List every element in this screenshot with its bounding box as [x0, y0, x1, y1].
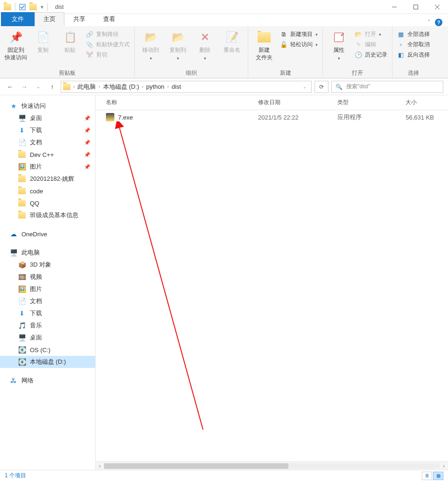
history-button[interactable]: 🕑历史记录: [354, 50, 388, 59]
qat-folder-icon[interactable]: [29, 4, 37, 10]
delete-button[interactable]: ✕删除▾: [193, 28, 217, 61]
group-label-clipboard: 剪贴板: [4, 68, 131, 77]
sidebar-pc-item[interactable]: 💽OS (C:): [0, 344, 95, 356]
status-item-count: 1 个项目: [5, 472, 26, 480]
search-box[interactable]: 🔍 搜索"dist": [331, 81, 443, 93]
copy-path-button[interactable]: 🔗复制路径: [85, 30, 131, 39]
qat-overflow-icon[interactable]: ▾: [41, 4, 43, 10]
crumb-0[interactable]: 此电脑: [76, 83, 98, 91]
new-item-button[interactable]: 🗎新建项目 ▾: [279, 30, 319, 39]
crumb-3[interactable]: dist: [170, 83, 183, 90]
file-row[interactable]: 7.exe 2021/1/5 22:22 应用程序 56,631 KB: [96, 110, 448, 124]
pin-to-quick-access-button[interactable]: 📌固定到 快速访问: [4, 28, 28, 61]
select-all-button[interactable]: ▦全部选择: [396, 30, 431, 39]
file-list[interactable]: 7.exe 2021/1/5 22:22 应用程序 56,631 KB: [96, 110, 448, 461]
sidebar-quick-item[interactable]: code: [0, 185, 95, 197]
annotation-arrow: [114, 121, 348, 448]
nav-forward-button[interactable]: →: [19, 81, 30, 92]
minimize-button[interactable]: [384, 0, 405, 14]
ribbon-collapse-icon[interactable]: ˄: [427, 19, 430, 26]
edit-button[interactable]: ✎编辑: [354, 40, 388, 49]
tab-file[interactable]: 文件: [1, 12, 35, 26]
sidebar-quick-access[interactable]: ★快速访问: [0, 100, 95, 112]
col-name[interactable]: 名称: [102, 99, 254, 106]
sidebar-pc-item[interactable]: 🎞️视频: [0, 271, 95, 283]
sidebar-quick-item[interactable]: QQ: [0, 197, 95, 209]
sidebar-quick-item[interactable]: 班级成员基本信息: [0, 209, 95, 221]
view-icons-button[interactable]: ▦: [433, 472, 443, 480]
group-label-open: 打开: [327, 68, 388, 77]
horizontal-scrollbar[interactable]: ‹›: [96, 461, 448, 470]
open-button[interactable]: 📂打开 ▾: [354, 30, 388, 39]
easy-access-button[interactable]: 🔓轻松访问 ▾: [279, 40, 319, 49]
file-date: 2021/1/5 22:22: [254, 114, 334, 121]
sidebar-pc-item[interactable]: 💽本地磁盘 (D:): [0, 356, 95, 368]
new-folder-button[interactable]: 新建 文件夹: [252, 28, 276, 61]
tab-share[interactable]: 共享: [64, 12, 94, 26]
maximize-button[interactable]: [405, 0, 427, 14]
crumb-2[interactable]: python: [144, 83, 166, 90]
sidebar-quick-item[interactable]: ⬇下载📌: [0, 124, 95, 136]
paste-shortcut-button[interactable]: 📎粘贴快捷方式: [85, 40, 131, 49]
sidebar-quick-item[interactable]: 202012182-姚辉: [0, 173, 95, 185]
sidebar-quick-item[interactable]: 🖼️图片📌: [0, 161, 95, 173]
copy-to-button[interactable]: 📂复制到▾: [166, 28, 190, 61]
content-pane: 名称 修改日期 类型 大小 7.exe 2021/1/5 22:22 应用程序 …: [96, 95, 448, 470]
sidebar-pc-item[interactable]: 📦3D 对象: [0, 259, 95, 271]
address-bar: ← → ⌄ ↑ › 此电脑› 本地磁盘 (D:)› python› dist ⌄…: [0, 78, 448, 95]
sidebar-pc-item[interactable]: 🎵音乐: [0, 319, 95, 332]
nav-recent-button[interactable]: ⌄: [33, 81, 44, 92]
sidebar-pc-item[interactable]: 🖥️桌面: [0, 332, 95, 344]
col-date[interactable]: 修改日期: [254, 99, 334, 106]
nav-back-button[interactable]: ←: [5, 81, 16, 92]
refresh-button[interactable]: ⟳: [315, 81, 329, 93]
properties-button[interactable]: 属性▾: [327, 28, 351, 61]
tab-view[interactable]: 查看: [94, 12, 124, 26]
sidebar-pc-item[interactable]: 📄文档: [0, 295, 95, 307]
breadcrumb[interactable]: › 此电脑› 本地磁盘 (D:)› python› dist ⌄: [61, 81, 312, 93]
help-icon[interactable]: ?: [435, 19, 442, 26]
svg-rect-0: [20, 4, 25, 10]
sidebar-onedrive[interactable]: ☁OneDrive: [0, 228, 95, 240]
status-bar: 1 个项目 ≣ ▦: [0, 470, 448, 481]
svg-line-5: [119, 126, 203, 430]
search-icon: 🔍: [336, 84, 343, 90]
file-size: 56,631 KB: [402, 114, 448, 121]
exe-icon: [106, 113, 114, 121]
column-headers: 名称 修改日期 类型 大小: [96, 95, 448, 110]
move-to-button[interactable]: 📂移动到▾: [139, 28, 163, 61]
cut-button[interactable]: ✂️剪切: [85, 50, 131, 59]
sidebar-pc-item[interactable]: 🖼️图片: [0, 283, 95, 295]
window-title: dist: [55, 4, 64, 10]
breadcrumb-dropdown-icon[interactable]: ⌄: [300, 85, 309, 89]
group-label-organize: 组织: [139, 68, 244, 77]
sidebar-network[interactable]: 🖧网络: [0, 375, 95, 387]
nav-up-button[interactable]: ↑: [47, 81, 58, 92]
sidebar-quick-item[interactable]: 📄文档📌: [0, 136, 95, 149]
sidebar: ★快速访问 🖥️桌面📌⬇下载📌📄文档📌Dev C++📌🖼️图片📌20201218…: [0, 95, 96, 470]
sidebar-this-pc[interactable]: 🖥️此电脑: [0, 247, 95, 259]
close-button[interactable]: [427, 0, 448, 14]
crumb-1[interactable]: 本地磁盘 (D:): [101, 83, 141, 91]
col-type[interactable]: 类型: [334, 99, 402, 106]
breadcrumb-folder-icon: [63, 84, 70, 90]
group-label-select: 选择: [396, 68, 431, 77]
sidebar-quick-item[interactable]: Dev C++📌: [0, 149, 95, 161]
col-size[interactable]: 大小: [402, 99, 448, 106]
file-name: 7.exe: [118, 114, 133, 121]
sidebar-pc-item[interactable]: ⬇下载: [0, 307, 95, 319]
invert-selection-button[interactable]: ◧反向选择: [396, 50, 431, 59]
svg-rect-2: [414, 5, 418, 9]
paste-button[interactable]: 📋粘贴: [58, 28, 82, 54]
group-label-new: 新建: [252, 68, 319, 77]
rename-button[interactable]: 📝重命名: [220, 28, 244, 54]
search-placeholder: 搜索"dist": [346, 83, 370, 91]
view-details-button[interactable]: ≣: [422, 472, 432, 480]
sidebar-quick-item[interactable]: 🖥️桌面📌: [0, 112, 95, 124]
qat-checkbox-icon[interactable]: [19, 4, 26, 10]
tab-home[interactable]: 主页: [35, 12, 64, 26]
ribbon: 📌固定到 快速访问 📄复制 📋粘贴 🔗复制路径 📎粘贴快捷方式 ✂️剪切 剪贴板…: [0, 26, 448, 78]
copy-button[interactable]: 📄复制: [31, 28, 55, 54]
select-none-button[interactable]: ▫全部取消: [396, 40, 431, 49]
file-type: 应用程序: [334, 113, 402, 121]
